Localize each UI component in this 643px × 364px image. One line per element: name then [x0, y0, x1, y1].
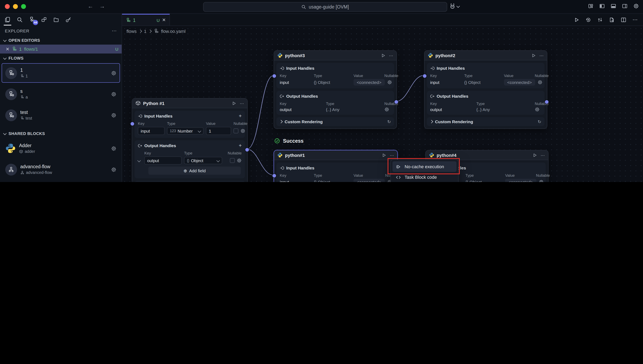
- flow-settings-gear-icon[interactable]: [111, 92, 116, 97]
- breadcrumb-item[interactable]: 1: [144, 29, 146, 34]
- breadcrumb-item[interactable]: flow.oo.yaml: [161, 29, 186, 34]
- node-header[interactable]: python#2 ⋯: [424, 51, 547, 60]
- flow-settings-gear-icon[interactable]: [111, 112, 116, 118]
- customize-layout-icon[interactable]: [588, 3, 594, 9]
- assistant-menu[interactable]: [449, 3, 459, 9]
- type-select[interactable]: 123Number: [167, 127, 204, 134]
- run-node-icon[interactable]: [380, 53, 385, 58]
- input-port[interactable]: [272, 174, 276, 178]
- node-python3[interactable]: python#3 ⋯ Input Handles KeyTypeValueNul…: [274, 50, 397, 129]
- refresh-icon[interactable]: ↻: [387, 119, 391, 124]
- search-activity-icon[interactable]: [16, 16, 23, 23]
- output-port[interactable]: [394, 100, 398, 104]
- explorer-files-icon[interactable]: [4, 16, 10, 23]
- toggle-panel-icon[interactable]: [610, 3, 616, 9]
- node-more-icon[interactable]: ⋯: [540, 53, 544, 58]
- open-editors-header[interactable]: OPEN EDITORS: [0, 36, 122, 44]
- split-editor-icon[interactable]: [621, 17, 626, 22]
- history-back-icon[interactable]: ←: [88, 3, 93, 9]
- run-node-icon[interactable]: [381, 152, 386, 158]
- nullable-checkbox[interactable]: [230, 158, 235, 163]
- node-python-block-1[interactable]: Python #1 ⋯ Input Handles +: [132, 98, 248, 182]
- editor-more-icon[interactable]: ⋯: [632, 16, 638, 23]
- flows-activity-icon[interactable]: 44: [29, 16, 35, 23]
- open-editor-item[interactable]: ✕ 1 flows/1 U: [0, 44, 122, 54]
- run-node-icon[interactable]: [531, 53, 536, 58]
- toggle-sidebar-icon[interactable]: [599, 3, 605, 9]
- blocks-activity-icon[interactable]: [41, 16, 47, 23]
- sort-nodes-icon[interactable]: [597, 17, 603, 22]
- menu-item-no-cache-execution[interactable]: No-cache execution: [392, 161, 456, 172]
- node-header[interactable]: python#4 ⋯: [426, 150, 548, 160]
- scriptlet-section[interactable]: Scriptlet: [134, 181, 245, 182]
- handle-key: input: [430, 80, 462, 85]
- node-header[interactable]: Python #1 ⋯: [132, 98, 247, 108]
- input-port[interactable]: [422, 74, 427, 78]
- flow-canvas[interactable]: flows 1 flow.oo.yaml: [122, 26, 643, 182]
- close-window-button[interactable]: [5, 4, 10, 9]
- run-flow-icon[interactable]: [574, 17, 579, 22]
- node-header[interactable]: python#1 ⋯: [274, 150, 397, 160]
- handle-settings-gear-icon[interactable]: [240, 128, 245, 133]
- folder-activity-icon[interactable]: [53, 16, 59, 23]
- rerun-flow-icon[interactable]: [586, 17, 591, 22]
- secrets-key-icon[interactable]: [65, 16, 71, 23]
- editor-tab[interactable]: 1 U ✕: [122, 14, 170, 26]
- block-settings-gear-icon[interactable]: [111, 146, 116, 151]
- handle-settings-gear-icon[interactable]: [538, 180, 544, 182]
- flows-section-header[interactable]: FLOWS: [0, 54, 122, 62]
- node-python1-selected[interactable]: python#1 ⋯ Input Handles KeyTypeValueNul…: [274, 150, 398, 182]
- output-port[interactable]: [544, 100, 549, 104]
- refresh-icon[interactable]: ↻: [538, 119, 541, 124]
- key-input[interactable]: output: [144, 156, 182, 164]
- node-more-icon[interactable]: ⋯: [389, 53, 393, 58]
- node-more-icon[interactable]: ⋯: [541, 152, 545, 158]
- add-input-icon[interactable]: +: [239, 113, 242, 119]
- history-forward-icon[interactable]: →: [99, 3, 105, 9]
- add-field-button[interactable]: ⊕ Add field: [148, 166, 241, 175]
- node-more-icon[interactable]: ⋯: [390, 152, 394, 158]
- export-flow-icon[interactable]: [609, 17, 614, 22]
- shared-block-item[interactable]: Adder adder: [2, 139, 120, 158]
- run-node-icon[interactable]: [231, 101, 236, 106]
- block-settings-gear-icon[interactable]: [111, 167, 116, 172]
- minimize-window-button[interactable]: [13, 4, 18, 9]
- activity-bar: 44: [0, 14, 122, 26]
- input-port[interactable]: [130, 122, 134, 126]
- input-port[interactable]: [272, 74, 276, 78]
- value-input[interactable]: 1: [206, 127, 231, 135]
- shared-blocks-header[interactable]: SHARED BLOCKS: [0, 129, 122, 138]
- shared-block-item[interactable]: python python: [2, 181, 120, 182]
- node-python2[interactable]: python#2 ⋯ Input Handles KeyTypeValueNul…: [424, 50, 547, 129]
- handle-settings-gear-icon[interactable]: [237, 158, 242, 163]
- tab-close-icon[interactable]: ✕: [162, 18, 166, 23]
- handle-settings-gear-icon[interactable]: [535, 107, 540, 112]
- node-header[interactable]: python#3 ⋯: [274, 51, 396, 60]
- maximize-window-button[interactable]: [21, 4, 26, 9]
- custom-rendering-section[interactable]: Custom Rendering ↻: [276, 117, 394, 126]
- flow-list-item[interactable]: 1 1: [2, 63, 120, 83]
- custom-rendering-section[interactable]: Custom Rendering ↻: [427, 117, 544, 126]
- add-output-icon[interactable]: +: [239, 143, 242, 148]
- explorer-more-icon[interactable]: ⋯: [112, 28, 117, 34]
- settings-gear-icon[interactable]: [633, 3, 639, 9]
- flow-list-item[interactable]: s a: [2, 84, 120, 104]
- node-more-icon[interactable]: ⋯: [240, 101, 244, 106]
- handle-settings-gear-icon[interactable]: [387, 80, 392, 85]
- close-editor-icon[interactable]: ✕: [6, 46, 9, 52]
- breadcrumb-item[interactable]: flows: [126, 29, 137, 34]
- handle-settings-gear-icon[interactable]: [538, 80, 542, 85]
- toggle-secondary-sidebar-icon[interactable]: [622, 3, 628, 9]
- expand-row-icon[interactable]: [138, 159, 141, 162]
- command-center-search[interactable]: usage-guide [OVM]: [203, 2, 447, 12]
- shared-block-item[interactable]: advanced-flow advanced-flow: [2, 160, 120, 179]
- handle-settings-gear-icon[interactable]: [384, 107, 389, 112]
- output-port[interactable]: [245, 148, 249, 152]
- run-node-icon[interactable]: [532, 152, 537, 158]
- nullable-checkbox[interactable]: [234, 128, 238, 133]
- menu-item-task-block-code[interactable]: Task Block code: [392, 172, 456, 182]
- flow-settings-gear-icon[interactable]: [111, 70, 116, 76]
- key-input[interactable]: input: [138, 127, 164, 135]
- flow-list-item[interactable]: test test: [2, 106, 120, 125]
- type-select[interactable]: {}Object: [184, 157, 222, 164]
